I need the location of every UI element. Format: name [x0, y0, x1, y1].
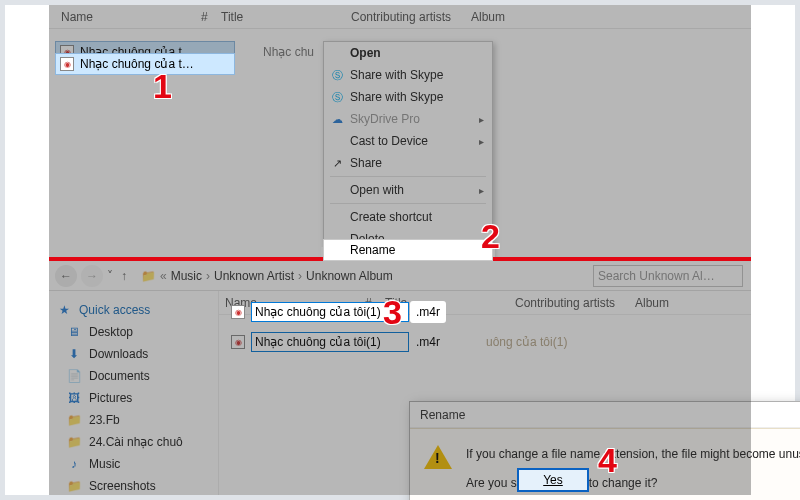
- audio-file-icon: ◉: [231, 305, 245, 319]
- explorer-top-pane: Name # Title Contributing artists Album …: [49, 5, 751, 257]
- dim-overlay: [49, 5, 751, 257]
- rename-highlight: ◉ .m4r: [231, 301, 446, 323]
- file-row-highlight[interactable]: ◉ Nhạc chuông của t…: [55, 53, 235, 75]
- callout-1: 1: [153, 67, 172, 106]
- extension-label: .m4r: [410, 301, 446, 323]
- ctx-rename-highlight[interactable]: Rename: [323, 239, 493, 261]
- callout-3: 3: [383, 293, 402, 332]
- callout-2: 2: [481, 217, 500, 256]
- audio-file-icon: ◉: [60, 57, 74, 71]
- yes-button-highlight[interactable]: Yes: [517, 468, 589, 492]
- callout-4: 4: [598, 441, 617, 480]
